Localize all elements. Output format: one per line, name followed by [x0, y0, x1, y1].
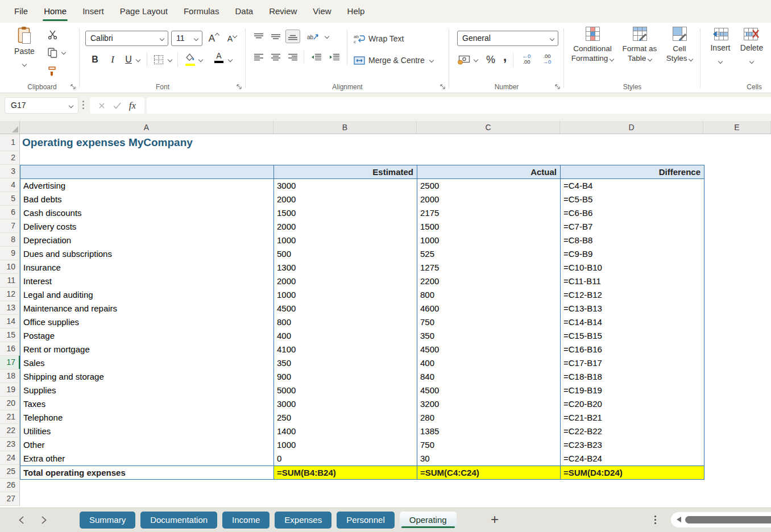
row-header-24[interactable]: 24 [0, 451, 19, 465]
cell-A7[interactable]: Delivery costs [20, 220, 274, 234]
increase-indent-button[interactable] [326, 50, 342, 64]
row-header-3[interactable]: 3 [0, 165, 19, 178]
cell-C24[interactable]: 30 [417, 452, 561, 466]
row-header-11[interactable]: 11 [0, 274, 19, 288]
row-header-27[interactable]: 27 [0, 492, 19, 506]
previous-sheet-button[interactable] [15, 514, 27, 526]
bottom-align-button[interactable] [285, 30, 300, 43]
ribbon-tab-page-layout[interactable]: Page Layout [112, 0, 176, 23]
cell-D17[interactable]: =C17-B17 [561, 356, 704, 370]
comma-style-button[interactable]: , [499, 49, 511, 64]
scrollbar-thumb[interactable] [685, 516, 771, 523]
sheet-tab-operating[interactable]: Operating [400, 512, 457, 529]
cell-B10[interactable]: 1300 [274, 261, 417, 275]
format-painter-button[interactable] [45, 65, 59, 77]
merge-centre-button[interactable]: Merge & Centre [354, 53, 433, 67]
cell-A6[interactable]: Cash discounts [20, 206, 274, 220]
row-header-8[interactable]: 8 [0, 233, 19, 247]
cell-A23[interactable]: Other [20, 438, 274, 452]
cell-B12[interactable]: 1000 [274, 288, 417, 302]
cell-C15[interactable]: 350 [417, 329, 561, 343]
cell-A4[interactable]: Advertising [20, 179, 274, 193]
cell-B6[interactable]: 1500 [274, 206, 417, 220]
number-format-combo[interactable]: General [457, 31, 558, 46]
cell-D18[interactable]: =C18-B18 [561, 370, 704, 384]
row-header-21[interactable]: 21 [0, 410, 19, 424]
enter-icon[interactable] [113, 102, 121, 109]
cell-A22[interactable]: Utilities [20, 425, 274, 438]
cell-B5[interactable]: 2000 [274, 193, 417, 206]
cell-A1-title[interactable]: Operating expenses MyCompany [22, 134, 193, 151]
row-header-20[interactable]: 20 [0, 397, 19, 410]
cell-B22[interactable]: 1400 [274, 425, 417, 438]
cell-C6[interactable]: 2175 [417, 206, 561, 220]
cell-B16[interactable]: 4100 [274, 343, 417, 356]
ribbon-tab-help[interactable]: Help [339, 0, 373, 23]
sheet-tab-summary[interactable]: Summary [80, 512, 135, 529]
cell-C9[interactable]: 525 [417, 247, 561, 261]
bold-button[interactable]: B [88, 52, 102, 67]
font-color-button[interactable]: A [213, 52, 225, 63]
decrease-decimal-button[interactable]: .00→0 [538, 53, 556, 65]
accounting-dropdown-icon[interactable] [474, 57, 478, 62]
cell-C5[interactable]: 2000 [417, 193, 561, 206]
horizontal-scrollbar[interactable] [671, 512, 771, 527]
fill-color-button[interactable] [183, 53, 197, 66]
cut-button[interactable] [45, 28, 59, 41]
increase-decimal-button[interactable]: ←0.00 [517, 53, 536, 65]
cell-A20[interactable]: Taxes [20, 397, 274, 411]
cell-D23[interactable]: =C23-B23 [561, 438, 704, 452]
cell-A13[interactable]: Maintenance and repairs [20, 302, 274, 315]
cell-C17[interactable]: 400 [417, 356, 561, 370]
next-sheet-button[interactable] [38, 514, 50, 526]
ribbon-tab-view[interactable]: View [305, 0, 339, 23]
sheet-tab-expenses[interactable]: Expenses [275, 512, 331, 529]
cell-A17[interactable]: Sales [20, 356, 274, 370]
cell-C14[interactable]: 750 [417, 315, 561, 329]
underline-button[interactable]: U [122, 52, 135, 67]
row-header-22[interactable]: 22 [0, 424, 19, 438]
cell-D5[interactable]: =C5-B5 [561, 193, 704, 206]
row-header-4[interactable]: 4 [0, 178, 19, 192]
cell-D22[interactable]: =C22-B22 [561, 425, 704, 438]
cell-A15[interactable]: Postage [20, 329, 274, 343]
ribbon-tab-insert[interactable]: Insert [74, 0, 112, 23]
cell-B4[interactable]: 3000 [274, 179, 417, 193]
cell-B13[interactable]: 4500 [274, 302, 417, 315]
formula-bar-grip[interactable] [82, 101, 84, 111]
decrease-indent-button[interactable] [308, 50, 324, 64]
top-align-button[interactable] [251, 30, 266, 43]
row-header-19[interactable]: 19 [0, 383, 19, 397]
row-header-13[interactable]: 13 [0, 301, 19, 315]
cell-C23[interactable]: 750 [417, 438, 561, 452]
cell-D12[interactable]: =C12-B12 [561, 288, 704, 302]
row-header-25[interactable]: 25 [0, 465, 19, 479]
accounting-format-button[interactable] [456, 52, 472, 67]
conditional-formatting-button[interactable]: ConditionalFormatting [567, 26, 617, 63]
row-header-2[interactable]: 2 [0, 151, 19, 165]
grow-font-button[interactable]: A [206, 31, 222, 46]
cell-D25[interactable]: =SUM(D4:D24) [561, 466, 704, 479]
row-header-15[interactable]: 15 [0, 329, 19, 342]
cell-D6[interactable]: =C6-B6 [561, 206, 704, 220]
cell-C12[interactable]: 800 [417, 288, 561, 302]
cell-A18[interactable]: Shipping and storage [20, 370, 274, 384]
cell-D21[interactable]: =C21-B21 [561, 411, 704, 425]
column-header-C[interactable]: C [417, 121, 560, 134]
cell-D11[interactable]: =C11-B11 [561, 275, 704, 288]
sheet-canvas[interactable]: Operating expenses MyCompany Estimated A… [20, 134, 771, 506]
cell-D14[interactable]: =C14-B14 [561, 315, 704, 329]
shrink-font-button[interactable]: A [224, 31, 240, 46]
cell-C20[interactable]: 3200 [417, 397, 561, 411]
cell-B15[interactable]: 400 [274, 329, 417, 343]
select-all-button[interactable] [0, 121, 20, 134]
row-header-9[interactable]: 9 [0, 247, 19, 260]
cell-D3[interactable]: Difference [561, 165, 704, 179]
cell-C18[interactable]: 840 [417, 370, 561, 384]
row-header-16[interactable]: 16 [0, 342, 19, 356]
cell-C11[interactable]: 2200 [417, 275, 561, 288]
copy-button[interactable] [45, 47, 59, 59]
column-header-B[interactable]: B [273, 121, 417, 134]
cell-A11[interactable]: Interest [20, 275, 274, 288]
borders-button[interactable] [151, 52, 166, 67]
